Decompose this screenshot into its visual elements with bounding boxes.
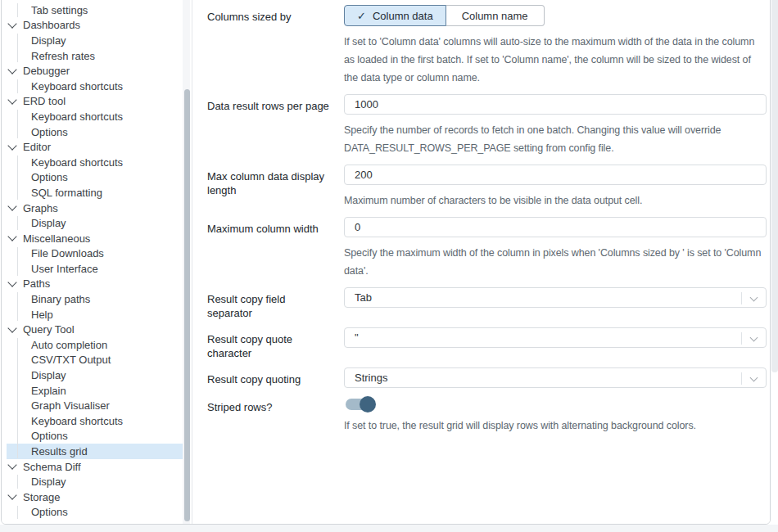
panel-scrollbar-thumb[interactable] [771,0,778,372]
chevron-down-icon[interactable] [7,141,16,150]
tree-group-label: Debugger [23,65,70,77]
select-result-copy-quote-character[interactable]: " [344,327,767,348]
chevron-down-icon[interactable] [750,294,758,302]
tree-item-options[interactable]: Options [17,124,190,140]
tree-group-editor[interactable]: Editor [2,139,190,155]
toggle-option-label: Column data [373,10,433,22]
field-control: Tab [344,287,767,320]
select-separator [741,332,742,345]
field-label: Result copy quoting [207,367,344,388]
tree-item-results-grid[interactable]: Results grid [7,444,190,459]
chevron-down-icon[interactable] [7,19,16,28]
field-label: Striped rows? [207,395,344,435]
tree-item-csv-txt-output[interactable]: CSV/TXT Output [17,353,190,368]
field-label: Maximum column width [207,217,344,280]
field-control: Strings [344,367,767,388]
tree-item-tab-settings[interactable]: Tab settings [17,2,190,18]
select-value: Tab [355,291,372,304]
tree-item-options[interactable]: Options [17,429,190,444]
chevron-down-icon[interactable] [7,201,16,210]
tree-item-label: Options [31,430,68,442]
tree-item-label: Tab settings [31,4,88,16]
tree-item-display[interactable]: Display [17,367,190,383]
settings-form: Columns sized by✓Column dataColumn nameI… [192,0,770,435]
chevron-down-icon[interactable] [7,95,16,104]
tree-group-storage[interactable]: Storage [2,489,190,505]
tree-group-graphs[interactable]: Graphs [2,201,190,216]
select-result-copy-field-separator[interactable]: Tab [344,287,767,308]
tree-item-keyboard-shortcuts[interactable]: Keyboard shortcuts [17,79,190,94]
toggle-option-column-data[interactable]: ✓Column data [344,5,446,26]
chevron-down-icon[interactable] [750,334,758,342]
tree-item-auto-completion[interactable]: Auto completion [17,337,190,353]
tree-item-binary-paths[interactable]: Binary paths [17,291,190,307]
form-row-max-column-data-display-length: Max column data display length200Maximum… [207,165,767,210]
preferences-sidebar: Tab settingsDashboardsDisplayRefresh rat… [2,0,192,524]
tree-group-erd-tool[interactable]: ERD tool [2,94,190,110]
input-data-result-rows-per-page[interactable]: 1000 [344,94,767,115]
tree-item-user-interface[interactable]: User Interface [17,261,190,277]
tree-item-help[interactable]: Help [17,307,190,322]
chevron-down-icon[interactable] [7,323,16,332]
tree-children: Tab settings [17,2,190,18]
tree-group-debugger[interactable]: Debugger [2,63,190,79]
tree-item-keyboard-shortcuts[interactable]: Keyboard shortcuts [17,155,190,170]
tree-group-label: Dashboards [23,19,80,31]
tree-children: Auto completionCSV/TXT OutputDisplayExpl… [17,337,190,459]
toggle-option-column-name[interactable]: Column name [446,5,545,26]
tree-item-label: Options [31,126,68,138]
tree-item-options[interactable]: Options [17,170,190,186]
tree-group-paths[interactable]: Paths [2,277,190,292]
switch-knob[interactable] [360,396,376,413]
tree-item-sql-formatting[interactable]: SQL formatting [17,185,190,201]
tree-group-label: Query Tool [23,323,75,336]
preferences-tree: Tab settingsDashboardsDisplayRefresh rat… [2,2,190,520]
tree-item-label: Display [31,217,66,229]
tree-item-label: Graph Visualiser [31,399,110,412]
tree-item-label: Display [31,369,66,381]
tree-item-display[interactable]: Display [17,215,190,231]
tree-group-label: Paths [23,277,50,290]
tree-item-options[interactable]: Options [17,505,190,521]
tree-item-display[interactable]: Display [17,33,190,48]
select-result-copy-quoting[interactable]: Strings [344,367,767,388]
tree-item-file-downloads[interactable]: File Downloads [17,246,190,262]
tree-item-refresh-rates[interactable]: Refresh rates [17,48,190,64]
tree-item-label: Options [31,506,68,518]
input-max-column-data-display-length[interactable]: 200 [344,165,767,185]
tree-group-miscellaneous[interactable]: Miscellaneous [2,231,190,246]
tree-item-label: Refresh rates [31,50,95,62]
input-maximum-column-width[interactable]: 0 [344,217,767,237]
tree-group-label: ERD tool [23,95,66,107]
preferences-card: Tab settingsDashboardsDisplayRefresh rat… [1,0,771,525]
tree-children: Keyboard shortcuts [17,79,190,94]
tree-item-label: Help [31,309,53,321]
tree-item-label: Display [31,34,66,47]
sidebar-scrollbar-thumb[interactable] [184,89,190,521]
tree-item-graph-visualiser[interactable]: Graph Visualiser [17,398,190,413]
tree-item-label: Binary paths [31,293,90,305]
tree-item-keyboard-shortcuts[interactable]: Keyboard shortcuts [17,109,190,124]
form-row-result-copy-quoting: Result copy quotingStrings [207,367,767,388]
field-control: ✓Column dataColumn nameIf set to 'Column… [344,5,767,87]
tree-item-display[interactable]: Display [17,474,190,489]
tree-item-explain[interactable]: Explain [17,383,190,399]
chevron-down-icon[interactable] [7,65,16,74]
tree-group-query-tool[interactable]: Query Tool [2,322,190,337]
tree-group-dashboards[interactable]: Dashboards [2,18,190,34]
chevron-down-icon[interactable] [7,232,16,241]
chevron-down-icon[interactable] [7,277,16,286]
field-control: If set to true, the result grid will dis… [344,395,767,435]
chevron-down-icon[interactable] [7,491,16,500]
tree-group-schema-diff[interactable]: Schema Diff [2,459,190,475]
tree-item-keyboard-shortcuts[interactable]: Keyboard shortcuts [17,413,190,429]
toggle-group-columns-sized-by: ✓Column dataColumn name [344,5,545,26]
tree-children: Binary pathsHelp [17,291,190,322]
tree-children: Display [17,474,190,489]
chevron-down-icon[interactable] [750,374,758,382]
tree-item-label: Results grid [31,445,88,458]
tree-children: DisplayRefresh rates [17,33,190,63]
chevron-down-icon[interactable] [7,460,16,469]
switch-striped-rows[interactable] [346,399,373,410]
field-control: " [344,327,767,360]
